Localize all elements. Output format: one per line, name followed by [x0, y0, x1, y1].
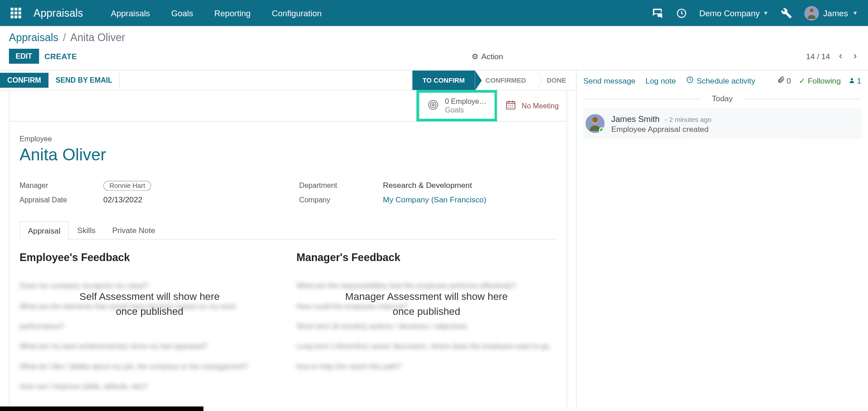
manager-overlay-line2: once published: [297, 304, 557, 319]
caret-down-icon: ▼: [763, 10, 769, 16]
discuss-icon[interactable]: [651, 8, 663, 19]
manager-feedback-title: Manager's Feedback: [297, 252, 557, 264]
employee-name: Anita Oliver: [19, 145, 557, 164]
breadcrumb-root[interactable]: Appraisals: [9, 32, 59, 44]
bottom-black-bar: [0, 406, 203, 411]
attachments-button[interactable]: 0: [777, 76, 791, 85]
form-sheet: 0 Employe… Goals No Meeting Employee Ani…: [9, 90, 567, 408]
status-stages: TO CONFIRM CONFIRMED DONE: [412, 70, 576, 90]
menu-reporting[interactable]: Reporting: [214, 8, 250, 18]
svg-point-5: [430, 102, 436, 107]
target-icon: [427, 98, 439, 112]
manager-overlay-line1: Manager Assessment will show here: [297, 289, 557, 304]
pager-text: 14 / 14: [806, 52, 830, 61]
user-menu[interactable]: James ▼: [804, 6, 858, 20]
message-author[interactable]: James Smith: [611, 114, 660, 124]
department-label: Department: [299, 181, 383, 189]
manager-label: Manager: [19, 181, 103, 189]
clock-icon: [686, 76, 693, 85]
status-bar: CONFIRM SEND BY EMAIL TO CONFIRM CONFIRM…: [0, 70, 576, 90]
message-body: Employee Appraisal created: [611, 125, 711, 134]
goals-sub-label: Goals: [445, 106, 486, 114]
employee-overlay-line1: Self Assessment will show here: [19, 289, 279, 304]
blur-text: What are my best achievement(s) since my…: [19, 336, 279, 357]
stage-confirmed[interactable]: CONFIRMED: [475, 70, 536, 90]
edit-button[interactable]: EDIT: [9, 49, 39, 64]
goals-count-label: 0 Employe…: [445, 97, 486, 105]
form-tabs: Appraisal Skills Private Note: [19, 220, 557, 239]
create-button[interactable]: CREATE: [44, 52, 77, 61]
tab-skills[interactable]: Skills: [69, 220, 104, 238]
schedule-activity-label: Schedule activity: [697, 76, 755, 85]
blur-text: Short term (6-months) actions / decision…: [297, 316, 557, 336]
employee-overlay-line2: once published: [19, 304, 279, 319]
breadcrumb-leaf: Anita Oliver: [71, 32, 125, 44]
meeting-stat-button[interactable]: No Meeting: [496, 90, 566, 121]
caret-down-icon: ▼: [853, 10, 858, 16]
menu-goals[interactable]: Goals: [171, 8, 193, 18]
message-item: James Smith - 2 minutes ago Employee App…: [583, 108, 861, 139]
blur-text: Long term (>6months) career discussion, …: [297, 336, 557, 377]
blur-text: What do I like / dislike about my job, t…: [19, 357, 279, 377]
send-message-link[interactable]: Send message: [583, 76, 635, 85]
appraisal-date-label: Appraisal Date: [19, 196, 103, 204]
debug-tools-icon[interactable]: [781, 8, 792, 19]
message-time: - 2 minutes ago: [665, 116, 711, 123]
employee-feedback-title: Employee's Feedback: [19, 252, 279, 264]
pager: 14 / 14 ‹ ›: [806, 48, 859, 65]
following-label: Following: [808, 76, 841, 85]
tab-appraisal[interactable]: Appraisal: [19, 221, 69, 239]
pager-next-icon[interactable]: ›: [851, 48, 859, 65]
tab-private-note[interactable]: Private Note: [104, 220, 164, 238]
manager-tag[interactable]: Ronnie Hart: [103, 181, 151, 191]
top-menu: Appraisals Goals Reporting Configuration: [111, 8, 321, 18]
menu-appraisals[interactable]: Appraisals: [111, 8, 150, 18]
online-status-icon: [599, 127, 604, 133]
user-avatar-icon: [804, 6, 819, 20]
company-label: Company: [299, 196, 383, 204]
company-name: Demo Company: [699, 8, 760, 18]
log-note-link[interactable]: Log note: [646, 76, 676, 85]
svg-point-6: [432, 104, 434, 106]
action-label: Action: [481, 52, 503, 61]
department-value: Research & Development: [383, 181, 472, 190]
stage-to-confirm[interactable]: TO CONFIRM: [412, 70, 475, 90]
chatter-panel: Send message Log note Schedule activity …: [576, 70, 868, 408]
person-icon: [849, 76, 855, 85]
breadcrumb: Appraisals / Anita Oliver: [0, 26, 868, 44]
followers-count: 1: [857, 76, 862, 85]
form-view: CONFIRM SEND BY EMAIL TO CONFIRM CONFIRM…: [0, 70, 576, 408]
breadcrumb-separator: /: [63, 32, 66, 44]
employee-goals-stat-button[interactable]: 0 Employe… Goals: [416, 90, 497, 121]
apps-menu-icon[interactable]: [5, 8, 27, 18]
activities-clock-icon[interactable]: [676, 8, 687, 19]
following-button[interactable]: ✓ Following: [799, 76, 841, 85]
attach-count: 0: [787, 76, 791, 85]
app-brand[interactable]: Appraisals: [33, 7, 83, 19]
message-avatar-icon: [585, 114, 604, 133]
manager-feedback-placeholder: What are the responsibilities that the e…: [297, 276, 557, 387]
svg-point-12: [592, 117, 598, 123]
gear-icon: ⚙: [472, 52, 479, 61]
control-panel: EDIT CREATE ⚙ Action 14 / 14 ‹ ›: [0, 44, 868, 70]
check-icon: ✓: [799, 76, 806, 85]
employee-feedback-placeholder: Does my company recognize my value? What…: [19, 276, 279, 397]
stat-buttons-row: 0 Employe… Goals No Meeting: [9, 90, 566, 121]
calendar-icon: [505, 99, 516, 112]
user-name: James: [823, 8, 848, 18]
svg-point-3: [810, 8, 814, 12]
pager-prev-icon[interactable]: ‹: [837, 48, 844, 65]
meeting-label: No Meeting: [522, 101, 559, 110]
schedule-activity-link[interactable]: Schedule activity: [686, 76, 755, 85]
paperclip-icon: [777, 76, 785, 85]
menu-configuration[interactable]: Configuration: [272, 8, 321, 18]
action-dropdown[interactable]: ⚙ Action: [472, 52, 503, 61]
confirm-button[interactable]: CONFIRM: [0, 73, 48, 88]
svg-point-9: [851, 78, 853, 80]
top-navbar: Appraisals Appraisals Goals Reporting Co…: [0, 0, 868, 26]
company-selector[interactable]: Demo Company ▼: [699, 8, 769, 18]
blur-text: How can I improve (skills, attitude, etc…: [19, 377, 279, 397]
send-email-button[interactable]: SEND BY EMAIL: [48, 73, 120, 88]
company-link[interactable]: My Company (San Francisco): [383, 195, 486, 204]
followers-button[interactable]: 1: [849, 76, 861, 85]
